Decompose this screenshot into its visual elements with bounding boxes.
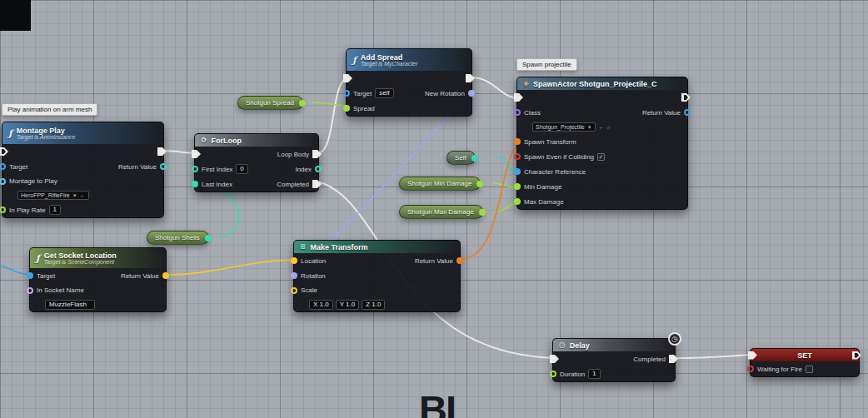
spawn-even-if-colliding-pin[interactable] (514, 153, 521, 160)
pin-label: Completed (277, 181, 309, 188)
exec-in-pin[interactable] (343, 74, 352, 82)
waiting-for-fire-pin[interactable] (747, 366, 754, 372)
duration-pin[interactable] (550, 371, 556, 377)
function-icon: ƒ (352, 56, 357, 65)
pin-label: Target (353, 90, 372, 97)
pin-label: In Play Rate (9, 207, 46, 214)
node-title: Delay (570, 341, 590, 350)
pin-label: Target (37, 272, 55, 280)
first-index-pin[interactable] (192, 166, 198, 172)
spawn-transform-pin[interactable] (514, 138, 521, 145)
exec-out-pin[interactable] (466, 74, 475, 82)
return-value-pin[interactable] (456, 257, 463, 264)
browse-icon[interactable]: ⌕ (607, 124, 611, 131)
exec-in-pin[interactable] (192, 150, 201, 158)
spawnactor-header: ◈ SpawnActor Shotgun_Projectile_C (517, 77, 687, 90)
location-pin[interactable] (291, 257, 297, 264)
min-damage-pin[interactable] (514, 183, 521, 190)
scale-z-input[interactable]: Z 1.0 (362, 300, 385, 310)
max-damage-pin[interactable] (514, 198, 521, 205)
max-damage-out-pin[interactable] (479, 209, 486, 216)
use-selected-icon[interactable]: ← (80, 192, 86, 198)
exec-in-pin[interactable] (748, 351, 757, 360)
function-icon: ƒ (36, 254, 40, 263)
scale-x-input[interactable]: X 1.0 (309, 300, 333, 310)
loop-icon: ⟳ (201, 137, 207, 144)
pin-label: Spawn Even if Colliding (524, 153, 594, 161)
shotgun-spread-out-pin[interactable] (299, 100, 306, 107)
in-play-rate-pin[interactable] (0, 207, 6, 213)
exec-in-pin[interactable] (550, 355, 559, 363)
shotgun-max-damage-variable[interactable]: Shotgun Max Damage (399, 205, 483, 219)
new-rotation-pin[interactable] (468, 90, 475, 97)
pin-label: New Rotation (425, 90, 465, 97)
exec-in-pin[interactable] (514, 93, 523, 102)
montage-play-node[interactable]: ƒ Montage Play Target is AnimInstance Ta… (2, 122, 164, 218)
get-socket-location-node[interactable]: ƒ Get Socket Location Target is SceneCom… (29, 247, 167, 312)
in-play-rate-input[interactable]: 1 (49, 205, 61, 215)
montage-asset-dropdown[interactable]: HeroFPP_RifleFire ▼ ← (17, 191, 89, 200)
socket-name-input[interactable]: MuzzleFlash (45, 300, 95, 310)
return-value-pin[interactable] (160, 163, 167, 170)
shotgun-shells-variable[interactable]: Shotgun Shells (147, 231, 209, 245)
last-index-pin[interactable] (192, 181, 198, 187)
class-pin[interactable] (514, 109, 521, 116)
blueprint-graph-canvas[interactable]: BL Play animation on arm mesh Spawn proj… (0, 0, 868, 418)
node-subtitle: Target is AnimInstance (17, 134, 76, 140)
class-dropdown[interactable]: Shotgun_Projectile ▼ (532, 122, 596, 132)
delay-header: ◷ Delay (553, 339, 675, 351)
character-reference-pin[interactable] (514, 168, 521, 175)
completed-pin[interactable] (312, 180, 322, 188)
exec-out-pin[interactable] (681, 93, 691, 102)
completed-pin[interactable] (669, 355, 678, 363)
variable-label: Shotgun Spread (246, 99, 294, 107)
set-node[interactable]: SET Waiting for Fire (750, 348, 860, 377)
min-damage-out-pin[interactable] (476, 181, 483, 187)
pin-label: Min Damage (524, 183, 561, 191)
loop-body-pin[interactable] (312, 150, 322, 158)
spread-pin[interactable] (343, 105, 350, 112)
pin-label: Target (9, 163, 27, 171)
pin-label: Index (295, 166, 312, 173)
target-pin[interactable] (27, 272, 33, 279)
return-value-pin[interactable] (162, 272, 169, 279)
delay-node[interactable]: ◷ ◷ Delay Completed Duration 1 (552, 338, 676, 382)
dropdown-arrow-icon: ▼ (587, 125, 592, 130)
exec-out-pin[interactable] (852, 351, 861, 360)
node-subtitle: Target is SceneComponent (44, 259, 117, 265)
scale-y-input[interactable]: Y 1.0 (336, 300, 360, 310)
in-socket-name-pin[interactable] (27, 287, 33, 294)
rotation-pin[interactable] (291, 272, 297, 279)
first-index-input[interactable]: 0 (236, 164, 247, 174)
pin-label: Class (524, 109, 541, 117)
pin-label: Return Value (118, 163, 157, 171)
use-selected-icon[interactable]: ← (599, 124, 605, 130)
self-out-pin[interactable] (471, 155, 478, 162)
target-pin[interactable] (343, 90, 350, 97)
target-self-value[interactable]: self (375, 88, 393, 98)
return-value-pin[interactable] (684, 109, 691, 116)
shells-out-pin[interactable] (205, 235, 212, 241)
comment-play-animation: Play animation on arm mesh (2, 103, 97, 116)
waiting-for-fire-checkbox[interactable] (806, 366, 813, 373)
duration-input[interactable]: 1 (588, 369, 600, 379)
scale-pin[interactable] (291, 287, 297, 294)
pin-label: Loop Body (277, 151, 309, 158)
exec-out-pin[interactable] (157, 147, 167, 156)
latent-clock-icon: ◷ (668, 332, 681, 346)
make-transform-node[interactable]: ⊞ Make Transform Location Return Value R… (293, 240, 461, 312)
exec-in-pin[interactable] (0, 147, 8, 156)
target-pin[interactable] (0, 163, 6, 170)
shotgun-min-damage-variable[interactable]: Shotgun Min Damage (399, 177, 481, 191)
forloop-node[interactable]: ⟳ ForLoop Loop Body First Index 0 Index … (194, 133, 319, 192)
add-spread-node[interactable]: ƒ Add Spread Target is MyCharacter Targe… (346, 48, 472, 117)
function-icon: ƒ (8, 129, 12, 138)
spawnactor-node[interactable]: ◈ SpawnActor Shotgun_Projectile_C Class … (516, 77, 688, 210)
montage-to-play-pin[interactable] (0, 178, 6, 185)
self-variable[interactable]: Self (446, 151, 476, 165)
shotgun-spread-variable[interactable]: Shotgun Spread (237, 96, 303, 110)
delay-icon: ◷ (559, 341, 566, 349)
montage-asset-value: HeroFPP_RifleFire (21, 192, 70, 198)
index-pin[interactable] (315, 166, 322, 172)
colliding-checkbox[interactable]: ✓ (597, 153, 605, 161)
